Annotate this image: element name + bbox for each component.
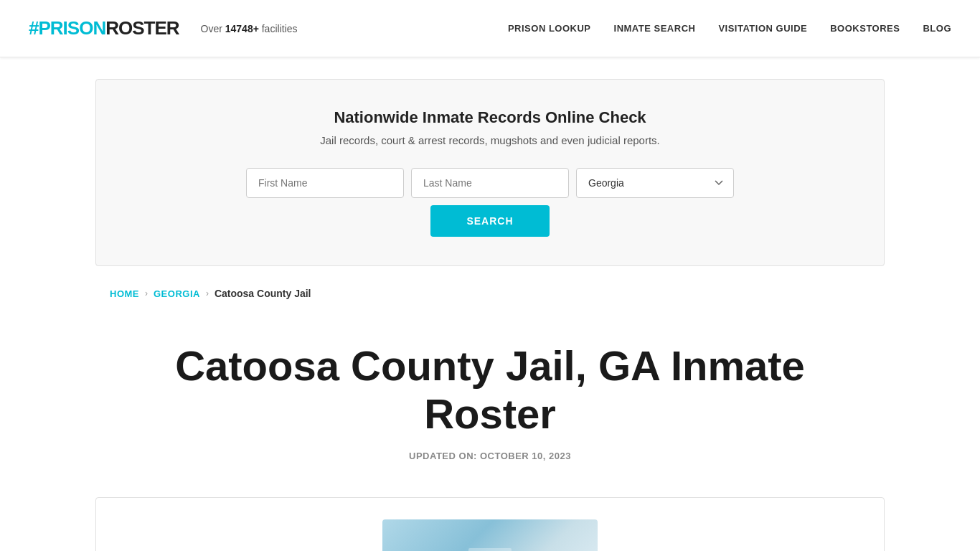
search-form-row2: SEARCH (139, 205, 841, 237)
logo-roster: ROSTER (105, 17, 179, 39)
last-name-input[interactable] (411, 168, 569, 198)
breadcrumb-home[interactable]: Home (110, 288, 139, 299)
first-name-input[interactable] (246, 168, 404, 198)
main-nav: PRISON LOOKUP INMATE SEARCH VISITATION G… (508, 23, 951, 34)
nav-inmate-search[interactable]: INMATE SEARCH (614, 23, 696, 34)
site-header: #PRISONROSTER Over 14748+ facilities PRI… (0, 0, 980, 57)
updated-date: UPDATED ON: OCTOBER 10, 2023 (110, 451, 870, 461)
search-section: Nationwide Inmate Records Online Check J… (95, 79, 885, 266)
breadcrumb-sep-2: › (206, 288, 209, 298)
breadcrumb-current: Catoosa County Jail (215, 288, 311, 299)
breadcrumb-sep-1: › (145, 288, 148, 298)
nav-blog[interactable]: BLOG (923, 23, 951, 34)
nav-visitation-guide[interactable]: VISITATION GUIDE (718, 23, 807, 34)
main-title-section: Catoosa County Jail, GA Inmate Roster UP… (95, 314, 885, 483)
search-subtitle: Jail records, court & arrest records, mu… (139, 134, 841, 146)
facilities-count-text: Over 14748+ facilities (201, 23, 298, 34)
nav-prison-lookup[interactable]: PRISON LOOKUP (508, 23, 591, 34)
logo-hash: # (29, 17, 38, 39)
bottom-card (95, 497, 885, 551)
search-button[interactable]: SEARCH (430, 205, 549, 237)
page-title: Catoosa County Jail, GA Inmate Roster (110, 342, 870, 438)
breadcrumb-georgia[interactable]: Georgia (154, 288, 200, 299)
state-select-wrapper: AlabamaAlaskaArizonaArkansasCaliforniaCo… (576, 168, 734, 198)
logo-link[interactable]: #PRISONROSTER (29, 17, 179, 39)
breadcrumb: Home › Georgia › Catoosa County Jail (95, 288, 885, 299)
logo-prison: PRISON (38, 17, 105, 39)
state-select[interactable]: AlabamaAlaskaArizonaArkansasCaliforniaCo… (576, 168, 734, 198)
nav-bookstores[interactable]: BOOKSTORES (830, 23, 900, 34)
search-title: Nationwide Inmate Records Online Check (139, 108, 841, 127)
search-form: AlabamaAlaskaArizonaArkansasCaliforniaCo… (139, 168, 841, 198)
map-preview (382, 519, 598, 551)
facilities-count: 14748+ (225, 23, 259, 34)
